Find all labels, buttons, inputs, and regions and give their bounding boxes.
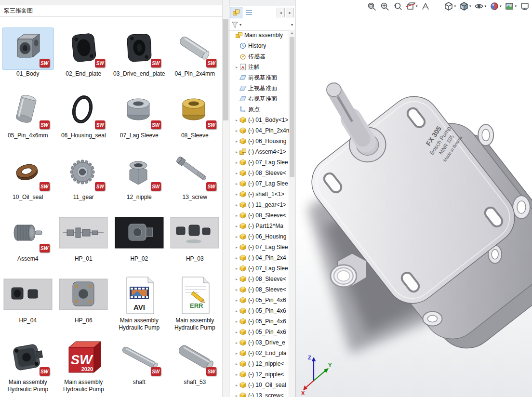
dropdown-caret-icon[interactable]: ▾: [500, 4, 502, 8]
tree-item[interactable]: ▸(-) 05_Pin_4x6: [229, 327, 289, 337]
file-item[interactable]: SWshaft_53: [167, 336, 223, 397]
dropdown-caret-icon[interactable]: ▾: [416, 4, 418, 8]
expand-arrow-icon[interactable]: ▸: [234, 139, 239, 144]
tree-item[interactable]: ▸(-) 05_Pin_4x6: [229, 295, 289, 305]
expand-arrow-icon[interactable]: ▸: [234, 319, 239, 324]
expand-arrow-icon[interactable]: ▸: [234, 118, 239, 122]
expand-arrow-icon[interactable]: ▸: [234, 383, 239, 387]
expand-arrow-icon[interactable]: ▸: [234, 351, 239, 356]
file-item[interactable]: HP_03: [167, 213, 223, 275]
tree-item[interactable]: ▸(-) 08_Sleeve<: [229, 284, 289, 295]
tree-scrollbar[interactable]: ▲: [289, 30, 295, 397]
expand-arrow-icon[interactable]: ▸: [234, 213, 239, 218]
expand-arrow-icon[interactable]: ▸: [234, 129, 239, 133]
tree-item[interactable]: ▸(-) 13_screw<: [229, 390, 289, 397]
tree-item[interactable]: ▸(-) 04_Pin_2x4: [229, 252, 289, 263]
expand-arrow-icon[interactable]: ▸: [234, 309, 239, 313]
tree-item[interactable]: History: [229, 40, 289, 51]
tree-item[interactable]: ▸(-) 11_gear<1>: [229, 199, 289, 210]
property-manager-tab-icon[interactable]: [243, 7, 255, 18]
expand-arrow-icon[interactable]: ▸: [234, 150, 239, 154]
expand-arrow-icon[interactable]: ▸: [234, 171, 239, 175]
expand-arrow-icon[interactable]: ▸: [234, 330, 239, 334]
tree-item[interactable]: ▸(-) 02_End_pla: [229, 348, 289, 358]
expand-arrow-icon[interactable]: ▸: [234, 224, 239, 228]
section-view-icon[interactable]: ▾: [406, 1, 418, 11]
file-item[interactable]: HP_04: [0, 275, 56, 336]
hide-show-icon[interactable]: ▾: [474, 1, 486, 11]
zoom-fit-icon[interactable]: [367, 1, 376, 11]
tree-item[interactable]: ▸(-) 06_Housing: [229, 136, 289, 146]
file-item[interactable]: SW03_Drive_end_plate: [111, 28, 167, 90]
zoom-area-icon[interactable]: [380, 1, 389, 11]
expand-arrow-icon[interactable]: ▸: [234, 245, 239, 250]
view-orientation-icon[interactable]: ▾: [444, 1, 456, 11]
file-item[interactable]: SW04_Pin_2x4mm: [167, 28, 223, 90]
expand-arrow-icon[interactable]: ▸: [234, 341, 239, 345]
file-item[interactable]: HP_02: [111, 213, 167, 275]
tree-item[interactable]: ▸(-) 07_Lag Slee: [229, 263, 289, 274]
file-item[interactable]: SW11_gear: [56, 151, 112, 213]
expand-arrow-icon[interactable]: ▸: [234, 288, 239, 292]
view-settings-icon[interactable]: [520, 1, 530, 11]
annotation-view-icon[interactable]: [421, 1, 430, 11]
tree-item[interactable]: ▸(-) 10_Oil_seal: [229, 380, 289, 390]
dropdown-caret-icon[interactable]: ▾: [515, 4, 517, 8]
expand-arrow-icon[interactable]: ▸: [234, 277, 239, 281]
explorer-scrollbar-thumb[interactable]: [223, 19, 228, 120]
tree-item[interactable]: ▸(-) 08_Sleeve<: [229, 274, 289, 284]
file-item[interactable]: SW07_Lag Sleeve: [111, 90, 167, 151]
tree-item[interactable]: 原点: [229, 104, 289, 115]
tree-item[interactable]: ▸(-) 12_nipple<: [229, 369, 289, 380]
file-item[interactable]: SW02_End_plate: [56, 28, 112, 90]
tree-item[interactable]: ▸(-) 04_Pin_2x4m: [229, 125, 289, 136]
file-item[interactable]: ERRMain assembly Hydraulic Pump: [167, 275, 223, 336]
file-item[interactable]: SW05_Pin_4x6mm: [0, 90, 56, 151]
expand-arrow-icon[interactable]: ▸: [234, 266, 239, 271]
file-item[interactable]: SW13_screw: [167, 151, 223, 213]
tree-item[interactable]: ▸(-) 12_nipple<: [229, 358, 289, 369]
file-item[interactable]: SWMain assembly Hydraulic Pump: [0, 336, 56, 397]
file-item[interactable]: SWshaft: [111, 336, 167, 397]
expand-arrow-icon[interactable]: ▸: [234, 372, 239, 377]
expand-arrow-icon[interactable]: ▸: [234, 235, 239, 239]
filter-funnel-icon[interactable]: [231, 21, 239, 28]
tree-item[interactable]: ▸(-) 03_Drive_e: [229, 337, 289, 348]
file-item[interactable]: AVIMain assembly Hydraulic Pump: [111, 275, 167, 336]
tree-item[interactable]: 右视基准面: [229, 93, 289, 104]
dropdown-caret-icon[interactable]: ▾: [484, 4, 486, 8]
tree-item[interactable]: ▸(-) Assem4<1>: [229, 146, 289, 157]
file-item[interactable]: SWAssem4: [0, 213, 56, 275]
expand-arrow-icon[interactable]: ▸: [234, 160, 239, 165]
tabs-forward-icon[interactable]: ▸: [286, 8, 294, 17]
tree-scrollbar-thumb[interactable]: [290, 37, 294, 177]
dropdown-caret-icon[interactable]: ▾: [469, 4, 471, 8]
tree-item[interactable]: ▸(-) 07_Lag Slee: [229, 157, 289, 168]
tree-item[interactable]: ▸(-) 01_Body<1>: [229, 115, 289, 125]
tree-item[interactable]: ▸(-) 07_Lag Slee: [229, 178, 289, 189]
expand-arrow-icon[interactable]: ▸: [234, 362, 239, 366]
feature-manager-tab-icon[interactable]: [230, 7, 242, 18]
filter-caret-icon[interactable]: ▾: [239, 23, 241, 27]
dropdown-caret-icon[interactable]: ▾: [454, 4, 456, 8]
filter-expand-icon[interactable]: ▾: [291, 23, 293, 27]
tree-item[interactable]: ▸(-) 07_Lag Slee: [229, 242, 289, 252]
tabs-back-icon[interactable]: ◂: [277, 8, 285, 17]
tree-item[interactable]: ▸(-) 06_Housing: [229, 231, 289, 242]
file-item[interactable]: SW06_Housing_seal: [56, 90, 112, 151]
tree-item[interactable]: ▸(-) 08_Sleeve<: [229, 168, 289, 178]
expand-arrow-icon[interactable]: ▸: [234, 203, 239, 207]
display-style-icon[interactable]: ▾: [459, 1, 471, 11]
tree-item[interactable]: 传感器: [229, 51, 289, 62]
edit-appearance-icon[interactable]: ▾: [490, 1, 502, 11]
expand-arrow-icon[interactable]: ▸: [234, 65, 239, 69]
file-item[interactable]: SW12_nipple: [111, 151, 167, 213]
tree-item[interactable]: ▸A注解: [229, 62, 289, 72]
file-item[interactable]: SW01_Body: [0, 28, 56, 90]
tree-item[interactable]: 上视基准面: [229, 83, 289, 93]
file-item[interactable]: HP_01: [56, 213, 112, 275]
file-item[interactable]: SW 2020Main assembly Hydraulic Pump: [56, 336, 112, 397]
file-item[interactable]: SW08_Sleeve: [167, 90, 223, 151]
expand-arrow-icon[interactable]: ▸: [234, 298, 239, 303]
previous-view-icon[interactable]: [393, 1, 402, 11]
